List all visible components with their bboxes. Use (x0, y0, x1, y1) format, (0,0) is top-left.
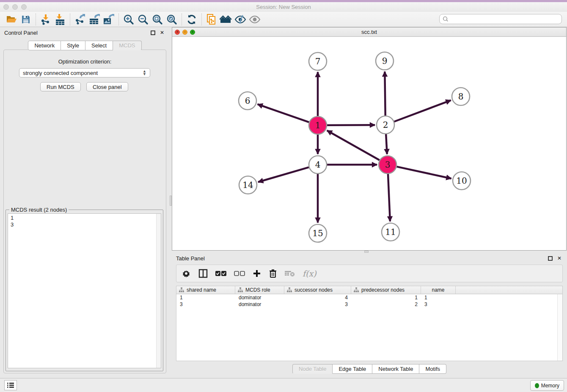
table-panel-tabs: Node Table Edge Table Network Table Moti… (172, 364, 567, 374)
memory-status-icon (535, 383, 539, 388)
add-column-icon[interactable] (253, 268, 261, 279)
tab-mcds[interactable]: MCDS (113, 41, 141, 50)
edge-3-1[interactable] (327, 130, 380, 160)
hierarchy-icon (179, 287, 184, 293)
network-canvas[interactable]: 7968124314101511 (172, 37, 566, 250)
node-table[interactable]: shared name MCDS role successor nodes pr… (176, 286, 563, 361)
new-network-from-selection-icon[interactable] (205, 13, 218, 26)
toolbar-separator (182, 14, 182, 25)
float-table-panel-icon[interactable] (547, 255, 553, 262)
mcds-result-groupbox: MCDS result (2 nodes) 1 3 (6, 210, 163, 371)
table-row[interactable]: 1 dominator 4 1 1 (176, 294, 562, 301)
edge-1-6[interactable] (258, 104, 309, 122)
control-panel-header: Control Panel ✕ (0, 27, 170, 38)
network-window-titlebar[interactable]: ✕ − + scc.txt (172, 28, 566, 37)
node-label-1: 1 (315, 120, 321, 130)
column-header-name[interactable]: name (421, 286, 456, 294)
close-panel-button[interactable]: Close panel (86, 82, 128, 91)
memory-label: Memory (541, 383, 559, 389)
node-label-8: 8 (458, 91, 464, 102)
export-network-icon[interactable] (74, 13, 86, 26)
zoom-in-icon[interactable] (122, 13, 135, 26)
column-header-predecessor-nodes[interactable]: predecessor nodes (351, 286, 421, 294)
open-session-icon[interactable] (5, 13, 18, 26)
toggle-panel-columns-icon[interactable] (198, 268, 208, 279)
edge-2-8[interactable] (394, 100, 451, 121)
column-header-successor-nodes[interactable]: successor nodes (284, 286, 351, 294)
cell-successor-nodes: 4 (284, 295, 351, 301)
float-panel-icon[interactable] (149, 29, 156, 36)
select-all-icon[interactable] (215, 268, 226, 279)
cell-name: 3 (421, 301, 456, 307)
close-panel-icon[interactable]: ✕ (159, 29, 165, 36)
node-label-6: 6 (245, 96, 250, 106)
cell-predecessor-nodes: 2 (351, 301, 421, 307)
column-header-shared-name[interactable]: shared name (176, 286, 235, 294)
criterion-label: Optimization criterion: (4, 58, 166, 65)
search-input[interactable] (449, 16, 561, 22)
save-session-icon[interactable] (19, 13, 32, 26)
memory-button[interactable]: Memory (530, 380, 564, 391)
criterion-dropdown[interactable]: strongly connected component ▲▼ (19, 68, 150, 77)
control-panel: Control Panel ✕ Network Style Select MCD… (0, 27, 170, 377)
zoom-selected-icon[interactable] (165, 13, 178, 26)
first-neighbors-icon[interactable] (220, 13, 232, 26)
table-row[interactable]: 3 dominator 3 2 3 (176, 301, 562, 308)
edge-2-9[interactable] (385, 72, 385, 116)
column-label: name (432, 287, 444, 293)
hierarchy-icon (287, 287, 292, 293)
network-graph[interactable]: 7968124314101511 (172, 37, 566, 250)
node-label-10: 10 (456, 176, 467, 186)
cell-successor-nodes: 3 (284, 301, 351, 307)
search-field[interactable] (439, 14, 562, 24)
tab-motifs[interactable]: Motifs (419, 364, 446, 374)
network-view-window: ✕ − + scc.txt 7968124314101511 (172, 27, 567, 251)
column-label: shared name (187, 287, 216, 293)
run-mcds-button[interactable]: Run MCDS (40, 82, 81, 91)
show-all-icon[interactable] (248, 13, 261, 26)
toolbar-separator (70, 14, 70, 25)
delete-column-icon[interactable] (269, 268, 277, 279)
deselect-all-icon[interactable] (234, 268, 245, 279)
dropdown-stepper-icon: ▲▼ (143, 70, 146, 76)
tab-edge-table[interactable]: Edge Table (333, 364, 372, 374)
toolbar-separator (36, 14, 36, 25)
cell-mcds-role: dominator (235, 301, 284, 307)
node-label-4: 4 (315, 160, 321, 170)
export-image-icon[interactable] (102, 13, 115, 26)
tab-style[interactable]: Style (61, 41, 85, 50)
search-icon (442, 16, 449, 22)
result-scrollbar[interactable] (156, 214, 161, 368)
column-header-mcds-role[interactable]: MCDS role (235, 286, 284, 294)
zoom-fit-icon[interactable] (151, 13, 164, 26)
edge-3-10[interactable] (396, 167, 451, 179)
criterion-value: strongly connected component (23, 70, 143, 76)
tab-network-table[interactable]: Network Table (372, 364, 419, 374)
edge-1-2[interactable] (327, 125, 375, 125)
list-icon (7, 382, 14, 388)
refresh-view-icon[interactable] (185, 13, 198, 26)
node-label-7: 7 (315, 56, 321, 66)
hierarchy-icon (354, 287, 359, 293)
toolbar-separator (201, 14, 202, 25)
edge-2-3[interactable] (386, 134, 387, 154)
tab-select[interactable]: Select (85, 41, 113, 50)
export-table-icon[interactable] (88, 13, 101, 26)
table-panel-header: Table Panel ✕ (172, 253, 567, 264)
table-panel-title: Table Panel (176, 255, 544, 262)
cell-predecessor-nodes: 1 (351, 295, 421, 301)
import-table-icon[interactable] (54, 13, 66, 26)
close-table-panel-icon[interactable]: ✕ (556, 255, 563, 262)
import-network-icon[interactable] (39, 13, 52, 26)
mcds-result-text: 1 3 (8, 213, 161, 368)
node-label-3: 3 (385, 160, 391, 170)
table-settings-icon[interactable] (182, 268, 191, 279)
zoom-out-icon[interactable] (137, 13, 149, 26)
show-panels-button[interactable] (4, 380, 17, 390)
edge-4-14[interactable] (258, 167, 309, 182)
hide-selected-icon[interactable] (234, 13, 247, 26)
tab-network[interactable]: Network (28, 41, 61, 50)
edge-3-11[interactable] (388, 174, 390, 221)
tab-node-table[interactable]: Node Table (292, 364, 333, 374)
table-scrollbar[interactable] (557, 294, 562, 361)
